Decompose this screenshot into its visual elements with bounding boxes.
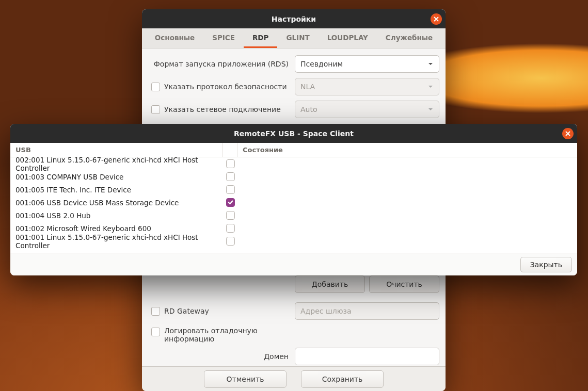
log-debug-checkbox[interactable] [151, 328, 160, 336]
usb-device-name: 001:004 USB 2.0 Hub [15, 211, 223, 220]
tab-loudplay[interactable]: LOUDPLAY [319, 28, 377, 48]
usb-col-state: Состояние [243, 146, 283, 154]
rd-gateway-checkbox[interactable] [151, 307, 160, 316]
network-connection-combo[interactable]: Auto [295, 101, 439, 118]
chevron-down-icon [427, 106, 434, 112]
log-debug-label: Логировать отладочную информацию [164, 327, 278, 343]
usb-device-checkbox[interactable] [226, 211, 235, 220]
chevron-down-icon [427, 84, 434, 90]
network-connection-label: Указать сетевое подключение [164, 105, 281, 113]
chevron-down-icon [427, 61, 434, 67]
save-button[interactable]: Сохранить [301, 370, 384, 388]
settings-footer: Отменить Сохранить [142, 366, 446, 391]
rds-combo[interactable]: Псевдоним [295, 55, 439, 73]
usb-device-name: 001:005 ITE Tech. Inc. ITE Device [15, 186, 223, 194]
usb-device-list: 002:001 Linux 5.15.0-67-generic xhci-hcd… [10, 157, 577, 253]
close-icon [565, 129, 570, 138]
domain-label: Домен [264, 352, 289, 361]
rd-gateway-label: RD Gateway [164, 307, 209, 315]
usb-device-checkbox[interactable] [226, 159, 235, 168]
usb-device-row[interactable]: 001:004 USB 2.0 Hub [10, 209, 577, 222]
close-icon [434, 15, 439, 23]
usb-footer: Закрыть [10, 253, 577, 275]
security-protocol-combo[interactable]: NLA [295, 78, 439, 95]
usb-device-name: 001:006 USB Device USB Mass Storage Devi… [15, 199, 223, 207]
tab-rdp[interactable]: RDP [244, 28, 278, 48]
usb-device-checkbox[interactable] [226, 198, 235, 207]
usb-device-row[interactable]: 001:006 USB Device USB Mass Storage Devi… [10, 196, 577, 209]
network-connection-checkbox[interactable] [151, 105, 160, 114]
settings-close-button[interactable] [431, 13, 442, 25]
rds-label: Формат запуска приложения (RDS) [154, 60, 289, 68]
usb-dialog: RemoteFX USB - Space Client USB Состояни… [10, 124, 577, 275]
usb-device-name: 001:003 COMPANY USB Device [15, 173, 223, 181]
usb-device-name: 002:001 Linux 5.15.0-67-generic xhci-hcd… [15, 157, 223, 172]
tab-glint[interactable]: GLINT [277, 28, 318, 48]
usb-device-checkbox[interactable] [226, 172, 235, 181]
tab-general[interactable]: Основные [146, 28, 203, 48]
domain-input[interactable] [295, 348, 439, 365]
cancel-button[interactable]: Отменить [204, 370, 287, 388]
usb-col-check [223, 143, 237, 157]
usb-device-row[interactable]: 001:005 ITE Tech. Inc. ITE Device [10, 183, 577, 196]
settings-titlebar: Настройки [142, 9, 446, 28]
usb-table-header: USB Состояние [10, 143, 577, 157]
tab-service[interactable]: Служебные [377, 28, 441, 48]
usb-device-checkbox[interactable] [226, 224, 235, 233]
usb-device-name: 001:002 Microsoft Wired Keyboard 600 [15, 224, 223, 233]
settings-tabbar: Основные SPICE RDP GLINT LOUDPLAY Служеб… [142, 28, 446, 48]
security-protocol-checkbox[interactable] [151, 83, 160, 91]
security-protocol-label: Указать протокол безопасности [164, 83, 287, 91]
rd-gateway-address-input[interactable] [295, 302, 439, 320]
clear-button[interactable]: Очистить [369, 275, 439, 293]
add-button[interactable]: Добавить [295, 275, 365, 293]
usb-device-checkbox[interactable] [226, 237, 235, 246]
usb-titlebar: RemoteFX USB - Space Client [10, 124, 577, 143]
usb-col-usb: USB [15, 146, 31, 154]
tab-spice[interactable]: SPICE [203, 28, 244, 48]
usb-close-button[interactable]: Закрыть [520, 257, 572, 272]
usb-device-row[interactable]: 001:003 COMPANY USB Device [10, 170, 577, 183]
usb-device-row[interactable]: 002:001 Linux 5.15.0-67-generic xhci-hcd… [10, 157, 577, 170]
settings-title: Настройки [272, 15, 316, 23]
usb-device-row[interactable]: 001:001 Linux 5.15.0-67-generic xhci-hcd… [10, 235, 577, 248]
usb-window-close-button[interactable] [562, 128, 574, 139]
usb-title: RemoteFX USB - Space Client [234, 129, 354, 138]
usb-device-checkbox[interactable] [226, 185, 235, 194]
usb-device-name: 001:001 Linux 5.15.0-67-generic xhci-hcd… [15, 233, 223, 250]
